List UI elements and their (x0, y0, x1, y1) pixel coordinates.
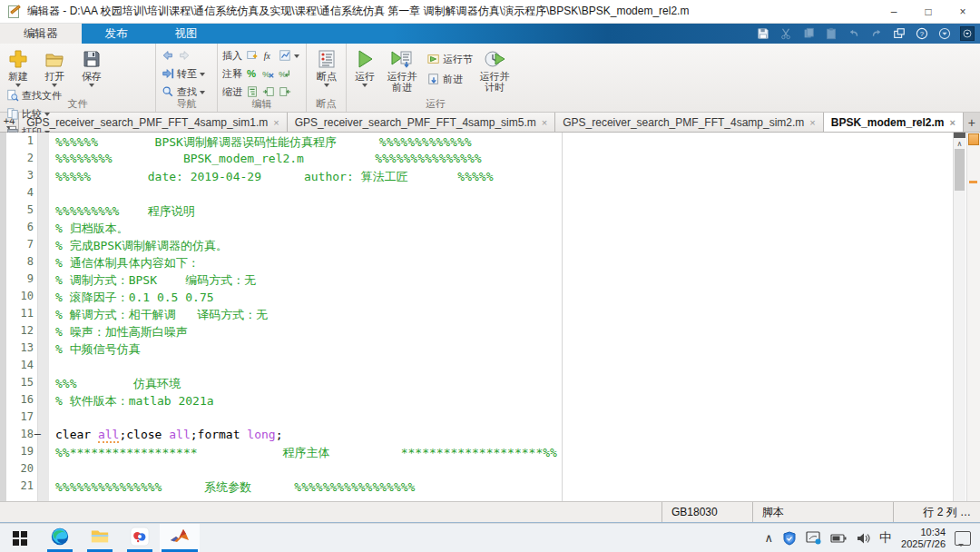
vertical-scrollbar[interactable]: ∧ (953, 133, 965, 501)
advance-button[interactable]: 前进 (426, 71, 473, 87)
executable-line-marker: – (34, 428, 41, 440)
battery-icon[interactable] (830, 533, 847, 544)
code-line[interactable] (55, 359, 980, 376)
insert-dropdown-caret[interactable] (294, 54, 299, 58)
save-icon[interactable] (756, 26, 770, 41)
cut-icon[interactable] (779, 26, 793, 41)
code-line[interactable]: %%%%% date: 2019-04-29 author: 算法工匠 %%%%… (55, 169, 980, 186)
code-line[interactable]: % 调制方式：BPSK 编码方式：无 (55, 272, 980, 290)
svg-text:%: % (246, 68, 255, 79)
code-line[interactable]: %%%%%%%%%%%%%%% 系统参数 %%%%%%%%%%%%%%%%% (55, 479, 980, 497)
maximize-button[interactable]: □ (911, 0, 946, 23)
new-button[interactable]: 新建 (3, 47, 34, 87)
analyzer-warning-tick[interactable] (969, 181, 977, 183)
action-center-icon[interactable] (955, 531, 971, 546)
close-tab-icon[interactable]: × (273, 117, 279, 128)
analyzer-warning-indicator[interactable] (968, 133, 979, 145)
clock-time: 10:34 (901, 527, 946, 538)
code-line[interactable] (55, 410, 980, 428)
code-line[interactable]: % 滚降因子：0.1 0.5 0.75 (55, 290, 980, 307)
scroll-up-icon[interactable]: ∧ (954, 138, 965, 149)
redo-icon[interactable] (869, 26, 884, 41)
line-number: 7 (6, 238, 37, 255)
taskbar-explorer-button[interactable] (80, 524, 120, 552)
edge-icon (50, 527, 70, 550)
code-line[interactable]: %%% 仿真环境 (55, 376, 980, 393)
start-button[interactable] (0, 524, 40, 552)
run-and-advance-button[interactable]: 运行并 前进 (382, 47, 422, 93)
code-line[interactable]: clear all;close all;format long; (55, 428, 980, 445)
volume-icon[interactable] (856, 532, 870, 545)
insert-section-icon[interactable] (245, 49, 259, 63)
save-button[interactable]: 保存 (76, 47, 107, 87)
code-line[interactable]: % 噪声：加性高斯白噪声 (55, 324, 980, 341)
ime-indicator[interactable]: 中 (879, 530, 892, 547)
code-area[interactable]: %%%%%% BPSK调制解调器误码性能仿真程序 %%%%%%%%%%%%%%%… (49, 133, 980, 501)
insert-function-icon[interactable]: fx (261, 49, 275, 63)
code-analyzer-bar[interactable] (966, 133, 980, 501)
code-editor[interactable]: 123456789101112131415161718–192021 %%%%%… (0, 133, 980, 501)
code-line[interactable]: % 中频信号仿真 (55, 341, 980, 359)
run-and-advance-icon (390, 47, 414, 71)
goto-button[interactable]: 转至 (161, 65, 212, 82)
security-shield-icon[interactable] (782, 531, 797, 546)
code-line[interactable] (55, 462, 980, 479)
ribbon-tab-editor[interactable]: 编辑器 (0, 24, 82, 44)
taskbar-clock[interactable]: 10:34 2025/7/26 (901, 527, 946, 550)
code-line[interactable]: % 软件版本：matlab 2021a (55, 393, 980, 410)
tab-bpsk-modem[interactable]: BPSK_modem_rel2.m × (824, 113, 964, 132)
insert-chart-icon[interactable] (278, 49, 291, 63)
code-line[interactable]: % 归档版本。 (55, 221, 980, 238)
code-line[interactable]: % 通信体制具体内容如下： (55, 255, 980, 272)
code-line[interactable]: % 解调方式：相干解调 译码方式：无 (55, 307, 980, 324)
code-line[interactable]: %%%%%%%% BPSK_modem_rel2.m %%%%%%%%%%%%%… (55, 152, 980, 169)
run-button[interactable]: 运行 (349, 47, 380, 87)
scrollbar-thumb[interactable] (955, 149, 965, 191)
copy-icon[interactable] (801, 26, 816, 41)
comment-wrap-icon[interactable]: % (278, 67, 291, 81)
tray-chevron-icon[interactable]: ∧ (765, 531, 774, 545)
breakpoints-button[interactable]: 断点 (309, 47, 344, 87)
taskbar-edge-button[interactable] (40, 524, 80, 552)
code-line[interactable]: %%****************** 程序主体 **************… (55, 445, 980, 462)
undo-icon[interactable] (847, 26, 861, 41)
paste-icon[interactable] (824, 26, 838, 41)
minimize-button[interactable]: – (877, 0, 911, 23)
cast-screen-icon[interactable] (806, 531, 821, 545)
code-line[interactable]: %%%%%% BPSK调制解调器误码性能仿真程序 %%%%%%%%%%%%% (55, 134, 980, 152)
run-and-time-button[interactable]: 运行并 计时 (474, 47, 515, 93)
back-icon[interactable] (161, 49, 174, 63)
ribbon-tab-publish[interactable]: 发布 (82, 24, 152, 44)
comment-add-icon[interactable]: % (245, 67, 259, 81)
toolbar-options-icon[interactable] (937, 26, 952, 41)
code-segment: % 滚降因子：0.1 0.5 0.75 (55, 291, 214, 304)
taskbar-matlab-button[interactable] (160, 524, 200, 552)
taskbar-netdisk-button[interactable] (120, 524, 160, 552)
new-tab-button[interactable]: + (964, 113, 980, 132)
code-line[interactable] (55, 186, 980, 203)
forward-icon[interactable] (177, 49, 191, 63)
tab-gps-sim5[interactable]: GPS_receiver_search_PMF_FFT_4samp_sim5.m… (288, 113, 556, 132)
code-segment: ;format (191, 428, 248, 441)
tab-gps-sim2[interactable]: GPS_receiver_search_PMF_FFT_4samp_sim2.m… (555, 113, 824, 132)
comment-remove-icon[interactable]: % (261, 67, 275, 81)
matlab-icon (169, 526, 191, 551)
minimize-ribbon-icon[interactable] (960, 26, 975, 41)
help-icon[interactable]: ? (915, 26, 929, 41)
open-button[interactable]: 打开 (39, 47, 70, 87)
ribbon-tab-view[interactable]: 视图 (152, 24, 221, 44)
line-number-gutter: 123456789101112131415161718–192021 (6, 133, 37, 501)
column-limit-line (562, 133, 563, 501)
code-line[interactable]: %%%%%%%%% 程序说明 (55, 203, 980, 221)
code-line[interactable]: % 完成BPSK调制解调器的仿真。 (55, 238, 980, 255)
run-section-button[interactable]: 运行节 (426, 51, 473, 67)
close-tab-icon[interactable]: × (809, 117, 815, 128)
run-section-icon (426, 53, 440, 66)
close-button[interactable]: × (946, 0, 980, 23)
dock-window-icon[interactable] (892, 26, 906, 41)
close-tab-icon[interactable]: × (949, 117, 955, 128)
close-tab-icon[interactable]: × (542, 117, 547, 128)
status-bar: GB18030 脚本 行 2 列 … (0, 501, 980, 522)
breakpoint-alley[interactable] (37, 133, 49, 501)
line-number: 10 (6, 290, 37, 307)
